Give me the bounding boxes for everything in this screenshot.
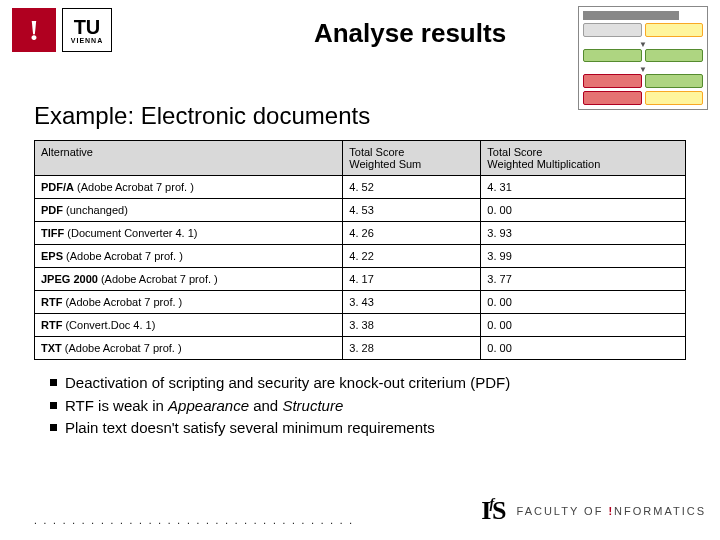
cell-weighted-mult: 3. 77 xyxy=(481,268,686,291)
table-row: TIFF (Document Converter 4. 1)4. 263. 93 xyxy=(35,222,686,245)
faculty-branding: IfS FACULTY OF !NFORMATICS xyxy=(481,496,706,526)
table-row: RTF (Convert.Doc 4. 1)3. 380. 00 xyxy=(35,314,686,337)
logo-vienna-text: VIENNA xyxy=(71,37,103,44)
cell-weighted-mult: 0. 00 xyxy=(481,291,686,314)
cell-weighted-sum: 4. 53 xyxy=(343,199,481,222)
bullet-text: Plain text doesn't satisfy several minim… xyxy=(65,417,435,440)
cell-weighted-mult: 4. 31 xyxy=(481,176,686,199)
process-diagram-thumb: ▼ ▼ xyxy=(578,6,708,110)
cell-weighted-mult: 0. 00 xyxy=(481,314,686,337)
bullet-icon xyxy=(50,424,57,431)
logo-tu-text: TU xyxy=(74,17,101,37)
cell-weighted-sum: 3. 43 xyxy=(343,291,481,314)
observations-list: Deactivation of scripting and security a… xyxy=(0,360,720,440)
cell-weighted-mult: 3. 99 xyxy=(481,245,686,268)
cell-weighted-mult: 0. 00 xyxy=(481,199,686,222)
cell-weighted-mult: 0. 00 xyxy=(481,337,686,360)
bullet-text: Deactivation of scripting and security a… xyxy=(65,372,510,395)
footer-dots: . . . . . . . . . . . . . . . . . . . . … xyxy=(34,515,354,526)
col-weighted-sum: Total ScoreWeighted Sum xyxy=(343,141,481,176)
faculty-text: FACULTY OF !NFORMATICS xyxy=(517,505,706,517)
cell-weighted-mult: 3. 93 xyxy=(481,222,686,245)
table-row: PDF/A (Adobe Acrobat 7 prof. )4. 524. 31 xyxy=(35,176,686,199)
cell-weighted-sum: 3. 28 xyxy=(343,337,481,360)
cell-weighted-sum: 4. 22 xyxy=(343,245,481,268)
bullet-text: RTF is weak in Appearance and Structure xyxy=(65,395,343,418)
cell-weighted-sum: 4. 52 xyxy=(343,176,481,199)
ifs-logo: IfS xyxy=(481,496,504,526)
list-item: RTF is weak in Appearance and Structure xyxy=(50,395,686,418)
cell-alternative: RTF (Adobe Acrobat 7 prof. ) xyxy=(35,291,343,314)
cell-alternative: PDF/A (Adobe Acrobat 7 prof. ) xyxy=(35,176,343,199)
col-weighted-mult: Total ScoreWeighted Multiplication xyxy=(481,141,686,176)
bullet-icon xyxy=(50,379,57,386)
cell-weighted-sum: 4. 17 xyxy=(343,268,481,291)
table-header-row: Alternative Total ScoreWeighted Sum Tota… xyxy=(35,141,686,176)
cell-weighted-sum: 4. 26 xyxy=(343,222,481,245)
col-alternative: Alternative xyxy=(35,141,343,176)
cell-alternative: TXT (Adobe Acrobat 7 prof. ) xyxy=(35,337,343,360)
cell-alternative: RTF (Convert.Doc 4. 1) xyxy=(35,314,343,337)
cell-weighted-sum: 3. 38 xyxy=(343,314,481,337)
list-item: Deactivation of scripting and security a… xyxy=(50,372,686,395)
cell-alternative: EPS (Adobe Acrobat 7 prof. ) xyxy=(35,245,343,268)
cell-alternative: TIFF (Document Converter 4. 1) xyxy=(35,222,343,245)
tu-vienna-logo: TU VIENNA xyxy=(62,8,112,52)
table-row: PDF (unchanged)4. 530. 00 xyxy=(35,199,686,222)
table-row: EPS (Adobe Acrobat 7 prof. )4. 223. 99 xyxy=(35,245,686,268)
bullet-icon xyxy=(50,402,57,409)
cell-alternative: JPEG 2000 (Adobe Acrobat 7 prof. ) xyxy=(35,268,343,291)
university-logo: ! TU VIENNA xyxy=(12,8,112,52)
table-row: JPEG 2000 (Adobe Acrobat 7 prof. )4. 173… xyxy=(35,268,686,291)
table-row: TXT (Adobe Acrobat 7 prof. )3. 280. 00 xyxy=(35,337,686,360)
exclaim-icon: ! xyxy=(12,8,56,52)
cell-alternative: PDF (unchanged) xyxy=(35,199,343,222)
table-row: RTF (Adobe Acrobat 7 prof. )3. 430. 00 xyxy=(35,291,686,314)
list-item: Plain text doesn't satisfy several minim… xyxy=(50,417,686,440)
results-table: Alternative Total ScoreWeighted Sum Tota… xyxy=(34,140,686,360)
